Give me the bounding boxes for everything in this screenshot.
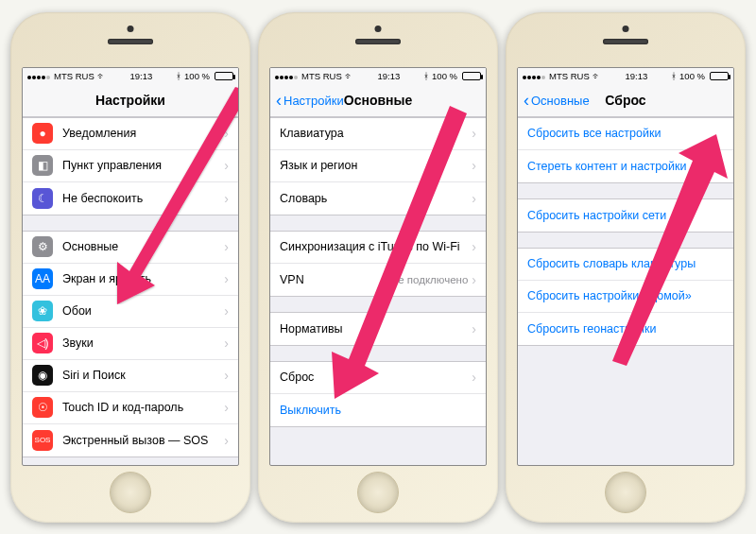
wifi-icon: ᯤ	[345, 71, 354, 81]
status-bar: MTS RUS ᯤ 19:13 ᚼ 100 %	[518, 68, 733, 85]
bluetooth-icon: ᚼ	[176, 71, 181, 81]
row-label: Клавиатура	[280, 127, 472, 140]
list-item[interactable]: SOSЭкстренный вызов — SOS›	[23, 424, 238, 456]
chevron-right-icon: ›	[472, 158, 476, 173]
row-label: Сбросить все настройки	[527, 127, 724, 140]
row-icon: ◧	[32, 155, 53, 176]
row-label: Язык и регион	[280, 159, 472, 172]
chevron-right-icon: ›	[224, 191, 229, 206]
chevron-right-icon: ›	[224, 433, 229, 448]
bluetooth-icon: ᚼ	[423, 71, 429, 81]
chevron-left-icon: ‹	[276, 92, 282, 109]
row-label: VPN	[280, 273, 390, 286]
home-button[interactable]	[110, 472, 151, 513]
list-item[interactable]: ◁)Звуки›	[23, 328, 238, 360]
list-item[interactable]: ☾Не беспокоить›	[23, 182, 238, 215]
row-label: Сбросить настройки «Домой»	[527, 289, 724, 302]
row-label: Сброс	[280, 370, 472, 384]
chevron-right-icon: ›	[224, 400, 229, 415]
chevron-right-icon: ›	[472, 272, 476, 287]
reset-list[interactable]: Сбросить все настройкиСтереть контент и …	[518, 117, 733, 465]
bluetooth-icon: ᚼ	[671, 71, 677, 81]
row-icon: ⚙	[32, 236, 53, 257]
screen-3: MTS RUS ᯤ 19:13 ᚼ 100 % ‹ Основные Сброс…	[517, 67, 734, 466]
navbar: Настройки	[23, 85, 238, 117]
wifi-icon: ᯤ	[97, 71, 107, 81]
list-item[interactable]: ◧Пункт управления›	[23, 150, 238, 182]
page-title: Настройки	[95, 93, 165, 108]
screen-2: MTS RUS ᯤ 19:13 ᚼ 100 % ‹ Настройки Осно…	[269, 67, 487, 466]
phone-1: MTS RUS ᯤ 19:13 ᚼ 100 % Настройки ●Уведо…	[10, 12, 250, 523]
speaker-slot	[108, 39, 153, 44]
list-item[interactable]: Синхронизация с iTunes по Wi-Fi›	[270, 232, 486, 264]
list-item[interactable]: Сбросить настройки «Домой»	[518, 281, 733, 313]
chevron-right-icon: ›	[224, 126, 229, 141]
row-label: Экран и яркость	[62, 272, 224, 285]
list-item[interactable]: Сброс›	[270, 362, 486, 394]
row-label: Основные	[62, 240, 224, 253]
list-item[interactable]: Язык и регион›	[270, 150, 486, 182]
battery-pct: 100 %	[184, 71, 210, 81]
row-label: Выключить	[280, 404, 476, 417]
back-button[interactable]: ‹ Основные	[524, 85, 590, 116]
list-item[interactable]: ⚙Основные›	[23, 232, 238, 264]
list-item[interactable]: ❀Обои›	[23, 296, 238, 328]
list-item[interactable]: Сбросить словарь клавиатуры	[518, 249, 733, 281]
list-item[interactable]: VPNНе подключено›	[270, 264, 486, 296]
settings-group: Сбросить все настройкиСтереть контент и …	[518, 117, 733, 183]
row-label: Siri и Поиск	[62, 369, 224, 382]
chevron-right-icon: ›	[472, 239, 476, 254]
chevron-right-icon: ›	[224, 271, 229, 286]
battery-pct: 100 %	[432, 71, 457, 81]
row-icon: ●	[32, 123, 53, 144]
list-item[interactable]: Словарь›	[270, 182, 486, 215]
home-button[interactable]	[357, 472, 399, 513]
chevron-left-icon: ‹	[524, 92, 529, 109]
list-item[interactable]: Выключить	[270, 394, 486, 426]
row-label: Уведомления	[62, 127, 224, 140]
list-item[interactable]: Сбросить геонастройки	[518, 313, 733, 345]
row-label: Пункт управления	[62, 159, 224, 172]
settings-list[interactable]: ●Уведомления›◧Пункт управления›☾Не беспо…	[23, 117, 238, 465]
screen-1: MTS RUS ᯤ 19:13 ᚼ 100 % Настройки ●Уведо…	[22, 67, 239, 466]
home-button[interactable]	[605, 472, 646, 513]
carrier-label: MTS RUS	[549, 71, 590, 81]
camera-dot	[128, 26, 134, 32]
row-icon: SOS	[32, 430, 53, 451]
chevron-right-icon: ›	[472, 321, 476, 336]
row-label: Экстренный вызов — SOS	[62, 434, 224, 447]
list-item[interactable]: ☉Touch ID и код-пароль›	[23, 392, 238, 424]
row-label: Словарь	[280, 192, 472, 205]
row-label: Сбросить словарь клавиатуры	[527, 257, 724, 270]
list-item[interactable]: Стереть контент и настройки	[518, 150, 733, 182]
row-label: Нормативы	[280, 322, 472, 336]
battery-icon	[710, 72, 729, 80]
chevron-right-icon: ›	[472, 191, 476, 206]
camera-dot	[623, 26, 629, 32]
camera-dot	[375, 26, 382, 32]
page-title: Сброс	[605, 93, 645, 108]
list-item[interactable]: Нормативы›	[270, 313, 486, 345]
status-bar: MTS RUS ᯤ 19:13 ᚼ 100 %	[270, 68, 486, 85]
general-list[interactable]: Клавиатура›Язык и регион›Словарь›Синхрон…	[270, 117, 486, 465]
list-item[interactable]: AAЭкран и яркость›	[23, 264, 238, 296]
settings-group: Сброс›Выключить	[270, 361, 486, 427]
list-item[interactable]: ●Уведомления›	[23, 118, 238, 150]
chevron-right-icon: ›	[224, 158, 229, 173]
chevron-right-icon: ›	[224, 303, 229, 319]
back-label: Основные	[531, 94, 590, 108]
chevron-right-icon: ›	[472, 126, 476, 141]
clock: 19:13	[130, 71, 153, 81]
list-item[interactable]: Клавиатура›	[270, 118, 486, 150]
row-icon: ☾	[32, 188, 53, 209]
list-item[interactable]: ◉Siri и Поиск›	[23, 360, 238, 392]
back-button[interactable]: ‹ Настройки	[276, 85, 344, 116]
chevron-right-icon: ›	[472, 370, 476, 385]
signal-dots	[523, 71, 546, 81]
settings-group: Клавиатура›Язык и регион›Словарь›	[270, 117, 486, 215]
list-item[interactable]: Сбросить настройки сети	[518, 199, 733, 232]
clock: 19:13	[626, 71, 648, 81]
chevron-right-icon: ›	[224, 239, 229, 254]
list-item[interactable]: Сбросить все настройки	[518, 118, 733, 150]
speaker-slot	[603, 39, 648, 44]
